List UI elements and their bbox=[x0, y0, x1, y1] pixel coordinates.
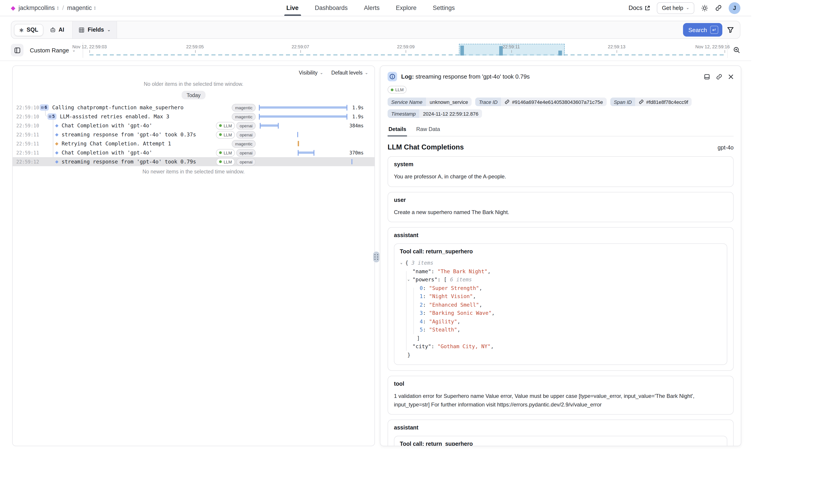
tag-chip-label: openai bbox=[240, 131, 253, 138]
blue-diamond-icon: ◆ bbox=[55, 133, 58, 137]
json-token: 3 bbox=[420, 310, 423, 316]
detail-tab-raw-data[interactable]: Raw Data bbox=[415, 124, 441, 136]
json-token: "Stealth" bbox=[429, 327, 457, 333]
tag-chip-magentic: magentic bbox=[232, 113, 256, 120]
timeline-histogram-bar bbox=[499, 46, 503, 55]
json-line: 0: "Super Strength", bbox=[400, 284, 721, 292]
org-selector[interactable]: jackmpcollins ▲▼ bbox=[19, 4, 59, 11]
json-line: ⌄{ 3 items bbox=[400, 259, 721, 267]
tab-dashboards[interactable]: Dashboards bbox=[315, 0, 348, 16]
timeline-histogram-bar bbox=[558, 51, 562, 55]
search-label: Search bbox=[688, 26, 707, 33]
json-line: 1: "Night Vision", bbox=[400, 292, 721, 301]
log-row[interactable]: 22:59:12◆streaming response from 'gpt-4o… bbox=[13, 157, 375, 166]
collapse-chevron-icon[interactable]: ⌄ bbox=[407, 275, 410, 284]
sort-updown-icon: ▲▼ bbox=[94, 6, 96, 10]
log-row[interactable]: 22:59:10⊟5LLM-assisted retries enabled. … bbox=[13, 112, 375, 121]
json-token: "Agility" bbox=[429, 318, 457, 325]
breadcrumb-separator: / bbox=[62, 4, 64, 11]
log-row[interactable]: 22:59:11◆streaming response from 'gpt-4o… bbox=[13, 130, 375, 139]
span-id-value: #fd81e8f78c4ecc9f bbox=[646, 99, 688, 104]
get-help-button[interactable]: Get help ⌄ bbox=[657, 2, 694, 14]
detail-tab-details[interactable]: Details bbox=[387, 124, 407, 136]
tab-settings[interactable]: Settings bbox=[433, 0, 455, 16]
panel-resize-handle[interactable] bbox=[373, 251, 379, 262]
log-row[interactable]: 22:59:11◆Chat Completion with 'gpt-4o'LL… bbox=[13, 148, 375, 157]
log-row-tags: LLMopenai bbox=[216, 158, 256, 166]
duration-tick bbox=[352, 159, 353, 164]
sidebar-toggle-button[interactable] bbox=[11, 44, 23, 56]
today-pill[interactable]: Today bbox=[182, 91, 205, 99]
json-token: : bbox=[423, 293, 429, 299]
collapse-badge[interactable]: ⊟6 bbox=[40, 104, 49, 111]
timeline-histogram-bar bbox=[460, 46, 464, 55]
ai-mode-button[interactable]: AI bbox=[45, 24, 68, 35]
fields-button[interactable]: Fields ⌄ bbox=[72, 21, 117, 39]
log-row[interactable]: 22:59:10⊟6Calling chatprompt-function ma… bbox=[13, 103, 375, 112]
trace-id-label: Trace ID bbox=[475, 98, 501, 106]
timeline-tick-label: 22:59:07 bbox=[292, 44, 309, 49]
tab-live[interactable]: Live bbox=[286, 0, 299, 16]
log-detail-panel: Log: streaming response from 'gpt-4o' to… bbox=[380, 66, 741, 446]
sun-icon bbox=[701, 4, 708, 11]
json-token: "Gotham City, NY" bbox=[437, 343, 491, 350]
tab-explore[interactable]: Explore bbox=[396, 0, 416, 16]
log-row[interactable]: 22:59:10◆Chat Completion with 'gpt-4o'LL… bbox=[13, 121, 375, 130]
custom-range-label: Custom Range bbox=[30, 47, 69, 53]
timestamp-pill: Timestamp 2024-11-12 22:59:12.876 bbox=[387, 109, 482, 118]
json-token: "Barking Sonic Wave" bbox=[429, 310, 492, 316]
close-icon bbox=[728, 74, 734, 79]
duration-bar bbox=[298, 151, 314, 154]
funnel-icon bbox=[727, 26, 734, 33]
tag-chip-label: openai bbox=[240, 149, 253, 156]
duration-bar bbox=[260, 124, 278, 127]
json-line: ] bbox=[400, 334, 721, 342]
service-name-value: unknown_service bbox=[426, 98, 472, 106]
detail-title-text: streaming response from 'gpt-4o' took 0.… bbox=[415, 73, 530, 80]
custom-range-dropdown[interactable]: Custom Range ⌄ bbox=[30, 47, 76, 53]
tab-alerts[interactable]: Alerts bbox=[364, 0, 379, 16]
nav-actions: Docs Get help ⌄ J bbox=[628, 2, 751, 14]
link-icon bbox=[715, 4, 722, 11]
project-selector[interactable]: magentic ▲▼ bbox=[67, 4, 96, 11]
timeline-tick-label: 22:59:05 bbox=[186, 44, 204, 49]
log-row-tags: magentic bbox=[232, 104, 256, 111]
close-button[interactable] bbox=[728, 74, 734, 79]
span-id-pill[interactable]: Span ID #fd81e8f78c4ecc9f bbox=[610, 98, 692, 106]
blue-diamond-icon: ◆ bbox=[55, 151, 58, 155]
timeline-tick-mark bbox=[511, 50, 511, 53]
log-row[interactable]: 22:59:11◆Retrying Chat Completion. Attem… bbox=[13, 139, 375, 148]
docs-link[interactable]: Docs bbox=[628, 4, 650, 11]
timestamp-value: 2024-11-12 22:59:12.876 bbox=[420, 109, 482, 118]
json-line: ⌄"powers": [ 6 items bbox=[400, 275, 721, 284]
layout-toggle-button[interactable] bbox=[704, 73, 710, 80]
brand-diamond-icon: ◆ bbox=[11, 5, 15, 11]
trace-id-pill[interactable]: Trace ID #9146a6974e4e6140538043607a71c7… bbox=[475, 98, 606, 106]
log-row-gantt bbox=[258, 121, 357, 130]
log-list-panel: Visibility ⌄ Default levels ⌄ No older i… bbox=[12, 66, 375, 446]
search-button[interactable]: Search ↵ bbox=[683, 23, 722, 37]
json-line: 3: "Barking Sonic Wave", bbox=[400, 309, 721, 317]
blue-diamond-icon: ◆ bbox=[55, 123, 58, 128]
visibility-label: Visibility bbox=[299, 70, 317, 75]
avatar[interactable]: J bbox=[729, 2, 740, 14]
share-link-button[interactable] bbox=[715, 4, 722, 11]
message-role: assistant bbox=[394, 232, 727, 238]
collapse-chevron-icon[interactable]: ⌄ bbox=[400, 259, 403, 267]
search-input[interactable] bbox=[117, 21, 683, 39]
message-card-tool: tool1 validation error for Superhero nam… bbox=[387, 376, 734, 414]
levels-label: Default levels bbox=[331, 70, 362, 75]
log-row-time: 22:59:10 bbox=[13, 105, 35, 110]
theme-toggle-button[interactable] bbox=[701, 4, 708, 11]
json-token: } bbox=[407, 352, 411, 358]
org-name: jackmpcollins bbox=[19, 4, 55, 11]
copy-link-button[interactable] bbox=[716, 73, 722, 80]
visibility-dropdown[interactable]: Visibility ⌄ bbox=[299, 70, 323, 75]
panel-bottom-icon bbox=[704, 73, 710, 80]
sql-mode-button[interactable]: ∗ SQL bbox=[14, 24, 43, 36]
tag-chip-llm: LLM bbox=[216, 149, 235, 157]
collapse-badge[interactable]: ⊟5 bbox=[47, 113, 57, 120]
timeline[interactable]: Nov 12, 22:59:0322:59:0522:59:0722:59:09… bbox=[90, 43, 724, 58]
filter-button[interactable] bbox=[727, 26, 734, 33]
default-levels-dropdown[interactable]: Default levels ⌄ bbox=[331, 70, 368, 75]
